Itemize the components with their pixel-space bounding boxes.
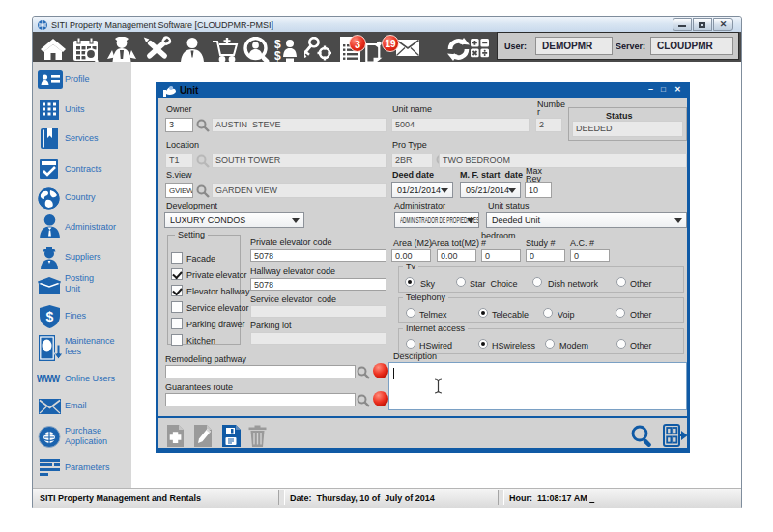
svg-text:$: $	[46, 309, 54, 324]
svg-text:$: $	[274, 49, 281, 62]
